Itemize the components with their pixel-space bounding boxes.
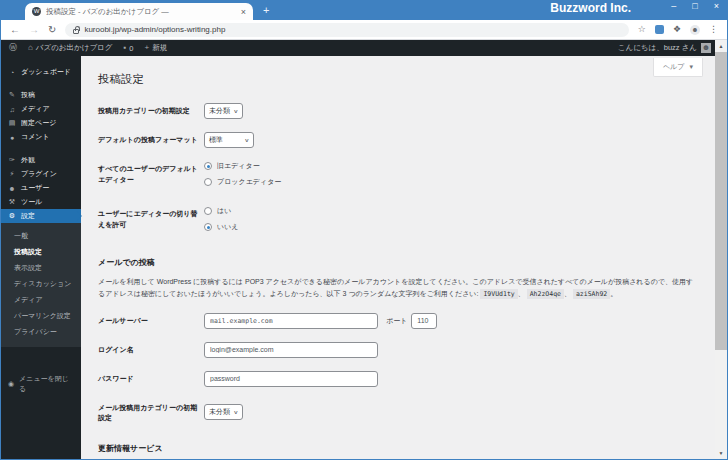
sidebar-label: 投稿 xyxy=(21,90,35,100)
extension-icon[interactable] xyxy=(655,25,664,34)
sidebar-item-plugins[interactable]: ⚡ プラグイン xyxy=(1,167,81,181)
browser-urlbar: ← → ↻ kuroobi.jp/wp-admin/options-writin… xyxy=(1,20,727,40)
bookmark-star-icon[interactable]: ☆ xyxy=(638,25,646,34)
default-format-select[interactable]: 標準 ∨ xyxy=(204,132,254,148)
mail-category-select[interactable]: 未分類 ∨ xyxy=(204,404,243,420)
select-value: 標準 xyxy=(209,135,223,145)
admin-sidebar: ◔ ダッシュボード ✎ 投稿 ♫ メディア ▤ 固定ページ ● コメント xyxy=(1,56,81,459)
select-value: 未分類 xyxy=(209,407,230,417)
scroll-up-icon[interactable]: ▲ xyxy=(715,40,727,52)
sidebar-item-dashboard[interactable]: ◔ ダッシュボード xyxy=(1,65,81,79)
admin-bar-account[interactable]: こんにちは、buzz さん ☻ xyxy=(618,43,711,53)
pages-icon: ▤ xyxy=(8,119,16,127)
field-label: 投稿用カテゴリーの初期設定 xyxy=(98,103,204,117)
wordpress-logo-icon[interactable]: Ⓦ xyxy=(9,44,17,52)
page-viewport: Ⓦ ⌂ バズのお出かけブログ ▪ 0 + 新規 こんにちは、buzz さん ☻ xyxy=(1,40,727,459)
tab-title: 投稿設定 - バズのお出かけブログ — xyxy=(46,7,236,17)
sidebar-item-appearance[interactable]: ✑ 外観 xyxy=(1,153,81,167)
radio-switch-no[interactable]: いいえ xyxy=(204,222,239,232)
browser-tab[interactable]: W 投稿設定 - バズのお出かけブログ — × xyxy=(25,3,253,20)
chevron-down-icon: ▾ xyxy=(689,63,693,71)
profile-icon[interactable]: ☻ xyxy=(690,25,700,35)
port-label: ポート xyxy=(386,313,407,329)
extensions-puzzle-icon[interactable]: ❖ xyxy=(673,25,681,34)
reload-icon[interactable]: ↻ xyxy=(48,25,56,35)
submenu-item-writing[interactable]: 投稿設定 xyxy=(1,244,81,260)
post-by-email-description: メールを利用して WordPress に投稿するには POP3 アクセスができる… xyxy=(98,276,697,301)
help-button[interactable]: ヘルプ ▾ xyxy=(653,58,703,77)
radio-switch-yes[interactable]: はい xyxy=(204,206,239,216)
sidebar-label: コメント xyxy=(21,132,50,142)
scrollbar-thumb[interactable] xyxy=(715,52,727,350)
menu-dots-icon[interactable]: ⋮ xyxy=(709,25,718,34)
radio-block-editor[interactable]: ブロックエディター xyxy=(204,177,281,187)
user-avatar: ☻ xyxy=(701,43,711,53)
submenu-item-discussion[interactable]: ディスカッション xyxy=(1,276,81,292)
period: 。 xyxy=(610,290,617,297)
posts-pin-icon: ✎ xyxy=(8,91,16,99)
window-controls: – □ × xyxy=(671,1,719,11)
sidebar-item-settings[interactable]: ⚙ 設定 xyxy=(1,209,81,223)
row-mail-category: メール投稿用カテゴリーの初期設定 未分類 ∨ xyxy=(98,400,697,424)
settings-submenu: 一般 投稿設定 表示設定 ディスカッション メディア パーマリンク設定 プライバ… xyxy=(1,223,81,347)
field-label: ユーザーにエディターの切り替えを許可 xyxy=(98,206,204,230)
tab-close-icon[interactable]: × xyxy=(241,7,246,17)
submenu-item-privacy[interactable]: プライバシー xyxy=(1,324,81,340)
port-input[interactable] xyxy=(411,313,437,329)
row-mail-server: メールサーバー ポート xyxy=(98,313,697,329)
radio-unchecked-icon xyxy=(204,178,212,186)
field-label: メール投稿用カテゴリーの初期設定 xyxy=(98,400,204,424)
tools-icon: ⚒ xyxy=(8,198,16,206)
maximize-button[interactable]: □ xyxy=(692,1,697,11)
section-title-post-by-email: メールでの投稿 xyxy=(98,257,697,268)
radio-label: はい xyxy=(217,206,231,216)
home-icon: ⌂ xyxy=(28,44,33,52)
sidebar-item-pages[interactable]: ▤ 固定ページ xyxy=(1,116,81,130)
row-default-editor: すべてのユーザーのデフォルトエディター 旧エディター ブロックエディター xyxy=(98,161,697,193)
submenu-item-reading[interactable]: 表示設定 xyxy=(1,260,81,276)
password-input[interactable] xyxy=(204,371,378,387)
admin-bar-comments[interactable]: ▪ 0 xyxy=(123,44,133,53)
chevron-down-icon: ∨ xyxy=(245,137,250,143)
new-label: 新規 xyxy=(152,43,167,53)
close-button[interactable]: × xyxy=(714,1,719,11)
sidebar-item-posts[interactable]: ✎ 投稿 xyxy=(1,88,81,102)
field-label: メールサーバー xyxy=(98,313,204,327)
comments-count: 0 xyxy=(129,44,133,53)
random-string-3: aziSAh92 xyxy=(573,289,610,299)
forward-icon[interactable]: → xyxy=(29,25,39,35)
radio-classic-editor[interactable]: 旧エディター xyxy=(204,161,281,171)
scroll-down-icon[interactable]: ▼ xyxy=(715,447,727,459)
minimize-button[interactable]: – xyxy=(671,1,676,11)
wordpress-favicon-icon: W xyxy=(32,7,41,16)
admin-bar-site-link[interactable]: ⌂ バズのお出かけブログ xyxy=(28,43,112,53)
admin-page: ◔ ダッシュボード ✎ 投稿 ♫ メディア ▤ 固定ページ ● コメント xyxy=(1,56,727,459)
admin-bar-new[interactable]: + 新規 xyxy=(144,43,167,53)
users-icon: ☻ xyxy=(8,185,16,192)
plus-icon: + xyxy=(144,44,149,52)
collapse-menu-button[interactable]: ◉ メニューを閉じる xyxy=(1,371,81,397)
row-default-format: デフォルトの投稿フォーマット 標準 ∨ xyxy=(98,132,697,148)
new-tab-button[interactable]: + xyxy=(263,3,269,17)
page-title: 投稿設定 xyxy=(98,72,697,87)
sidebar-item-media[interactable]: ♫ メディア xyxy=(1,102,81,116)
wp-admin-bar: Ⓦ ⌂ バズのお出かけブログ ▪ 0 + 新規 こんにちは、buzz さん ☻ xyxy=(1,40,727,56)
sidebar-label: プラグイン xyxy=(21,169,57,179)
submenu-item-media[interactable]: メディア xyxy=(1,292,81,308)
back-icon[interactable]: ← xyxy=(10,25,20,35)
submenu-item-general[interactable]: 一般 xyxy=(1,228,81,244)
radio-checked-icon xyxy=(204,223,212,231)
sidebar-label: 外観 xyxy=(21,155,35,165)
page-scrollbar[interactable]: ▲ ▼ xyxy=(715,40,727,459)
submenu-item-permalinks[interactable]: パーマリンク設定 xyxy=(1,308,81,324)
sidebar-label: 固定ページ xyxy=(21,118,56,128)
address-bar[interactable]: kuroobi.jp/wp-admin/options-writing.php xyxy=(65,23,628,37)
default-category-select[interactable]: 未分類 ∨ xyxy=(204,103,243,119)
sidebar-item-tools[interactable]: ⚒ ツール xyxy=(1,195,81,209)
radio-label: いいえ xyxy=(217,222,239,232)
sidebar-item-comments[interactable]: ● コメント xyxy=(1,130,81,144)
sidebar-item-users[interactable]: ☻ ユーザー xyxy=(1,181,81,195)
lock-icon xyxy=(73,29,79,34)
login-name-input[interactable] xyxy=(204,342,378,358)
mail-server-input[interactable] xyxy=(204,313,378,329)
